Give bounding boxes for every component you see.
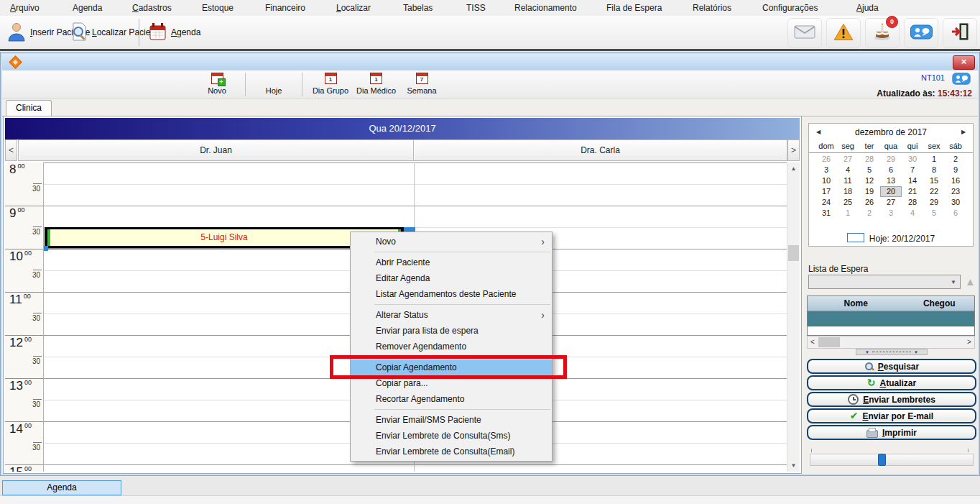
calendar-day-9[interactable]: 9 bbox=[945, 165, 966, 175]
context-menu-item-editar-agenda[interactable]: Editar Agenda bbox=[351, 270, 552, 286]
context-menu-item-enviar-para-lista-de-espera[interactable]: Enviar para lista de espera bbox=[351, 323, 552, 339]
context-menu-item-enviar-lembrete-de-consulta-sms[interactable]: Enviar Lembrete de Consulta(Sms) bbox=[351, 428, 552, 444]
messages-button[interactable] bbox=[904, 18, 938, 48]
calendar-day-11[interactable]: 11 bbox=[837, 175, 859, 186]
scroll-left-icon[interactable]: < bbox=[808, 336, 818, 348]
panel-splitter[interactable]: ▼ ▼ bbox=[856, 349, 928, 355]
context-menu-item-listar-agendamentos-deste-paciente[interactable]: Listar Agendamentos deste Paciente bbox=[351, 286, 552, 302]
slider-thumb[interactable] bbox=[878, 454, 886, 466]
menu-item-arquivo[interactable]: Arquivo bbox=[7, 0, 42, 16]
calendar-day-22[interactable]: 22 bbox=[923, 186, 945, 197]
agenda-button[interactable]: Agenda bbox=[146, 19, 203, 46]
calendar-day-15[interactable]: 15 bbox=[923, 175, 945, 186]
calendar-day-3[interactable]: 3 bbox=[880, 208, 902, 219]
appointment-corner-handle[interactable] bbox=[44, 246, 48, 251]
calendar-day-27[interactable]: 27 bbox=[880, 197, 902, 208]
calendar-day-13[interactable]: 13 bbox=[880, 175, 902, 186]
calendar-day-19[interactable]: 19 bbox=[859, 186, 880, 197]
grid-row[interactable] bbox=[44, 206, 787, 227]
exit-button[interactable] bbox=[943, 18, 977, 48]
tab-clinica[interactable]: Clinica bbox=[6, 100, 52, 116]
hscrollbar-thumb[interactable] bbox=[818, 337, 840, 347]
day-group-button[interactable]: 1 Dia Grupo bbox=[308, 72, 353, 97]
vertical-scrollbar[interactable]: ▲ ▼ bbox=[787, 162, 800, 472]
context-menu-item-enviar-email-sms-paciente[interactable]: Enviar Email/SMS Paciente bbox=[351, 412, 552, 428]
next-month-icon[interactable]: ▶ bbox=[956, 124, 971, 141]
menu-item-financeiro[interactable]: Financeiro bbox=[262, 0, 308, 16]
waiting-list-dropdown[interactable]: ▼ bbox=[808, 275, 961, 289]
scroll-left-button[interactable]: < bbox=[5, 139, 17, 161]
calendar-day-5[interactable]: 5 bbox=[859, 165, 880, 175]
context-menu-item-alterar-status[interactable]: Alterar Status› bbox=[351, 307, 552, 323]
menu-item-fila-de-espera[interactable]: Fila de Espera bbox=[604, 0, 665, 16]
scrollbar-thumb[interactable] bbox=[788, 245, 799, 261]
calendar-day-12[interactable]: 12 bbox=[859, 175, 880, 186]
button-pesquisar[interactable]: Pesquisar bbox=[807, 359, 976, 374]
calendar-day-8[interactable]: 8 bbox=[923, 165, 945, 175]
grid-row[interactable] bbox=[44, 464, 787, 472]
menu-item-estoque[interactable]: Estoque bbox=[199, 0, 236, 16]
calendar-day-1[interactable]: 1 bbox=[923, 154, 945, 165]
calendar-day-2[interactable]: 2 bbox=[859, 208, 880, 219]
button-enviar-por-e-mail[interactable]: Enviar por E-mail bbox=[807, 408, 976, 423]
day-doctor-button[interactable]: 1 Dia Médico bbox=[353, 72, 399, 97]
scroll-right-button[interactable]: > bbox=[787, 139, 800, 161]
button-atualizar[interactable]: Atualizar bbox=[807, 375, 976, 390]
calendar-day-29[interactable]: 29 bbox=[923, 197, 945, 208]
menu-item-localizar[interactable]: Localizar bbox=[333, 0, 374, 16]
calendar-day-30[interactable]: 30 bbox=[902, 154, 923, 165]
horizontal-scrollbar[interactable]: < > bbox=[807, 336, 975, 349]
calendar-day-28[interactable]: 28 bbox=[859, 154, 880, 165]
menu-item-ajuda[interactable]: Ajuda bbox=[854, 0, 882, 16]
grid-row[interactable] bbox=[44, 162, 787, 184]
calendar-day-26[interactable]: 26 bbox=[859, 197, 880, 208]
scroll-down-icon[interactable]: ▼ bbox=[787, 459, 800, 472]
agenda-window-tab[interactable]: Agenda bbox=[2, 480, 121, 495]
menu-item-tiss[interactable]: TISS bbox=[463, 0, 489, 16]
calendar-day-29[interactable]: 29 bbox=[880, 154, 902, 165]
week-button[interactable]: 7 Semana bbox=[399, 72, 444, 97]
calendar-day-1[interactable]: 1 bbox=[837, 208, 859, 219]
context-menu-item-enviar-lembrete-de-consulta-email[interactable]: Enviar Lembrete de Consulta(Email) bbox=[351, 444, 552, 459]
calendar-day-31[interactable]: 31 bbox=[815, 208, 837, 219]
calendar-day-18[interactable]: 18 bbox=[837, 186, 859, 197]
calendar-day-17[interactable]: 17 bbox=[815, 186, 837, 197]
alerts-button[interactable] bbox=[826, 18, 861, 48]
calendar-day-25[interactable]: 25 bbox=[837, 197, 859, 208]
scroll-up-icon[interactable]: ▲ bbox=[787, 162, 800, 175]
mail-button[interactable] bbox=[787, 18, 822, 48]
context-menu-item-abrir-paciente[interactable]: Abrir Paciente bbox=[351, 255, 552, 270]
menu-item-configura-es[interactable]: Configurações bbox=[759, 0, 820, 16]
calendar-day-5[interactable]: 5 bbox=[923, 208, 945, 219]
menu-item-cadastros[interactable]: Cadastros bbox=[129, 0, 175, 16]
context-menu-item-recortar-agendamento[interactable]: Recortar Agendamento bbox=[351, 391, 552, 407]
menu-item-tabelas[interactable]: Tabelas bbox=[400, 0, 435, 16]
calendar-day-6[interactable]: 6 bbox=[880, 165, 902, 175]
birthdays-button[interactable]: 0 bbox=[865, 18, 900, 48]
prev-month-icon[interactable]: ◀ bbox=[810, 124, 826, 141]
collapse-up-icon[interactable]: ▲ bbox=[965, 275, 976, 288]
scroll-right-icon[interactable]: > bbox=[964, 336, 974, 348]
calendar-day-26[interactable]: 26 bbox=[815, 154, 837, 165]
menu-item-agenda[interactable]: Agenda bbox=[70, 0, 105, 16]
today-button[interactable]: Hoje bbox=[251, 72, 296, 97]
calendar-day-16[interactable]: 16 bbox=[945, 175, 966, 186]
calendar-day-10[interactable]: 10 bbox=[815, 175, 837, 186]
context-menu-item-remover-agendamento[interactable]: Remover Agendamento bbox=[351, 339, 552, 354]
calendar-day-4[interactable]: 4 bbox=[837, 165, 859, 175]
calendar-day-21[interactable]: 21 bbox=[902, 186, 923, 197]
calendar-day-30[interactable]: 30 bbox=[945, 197, 966, 208]
menu-item-relacionamento[interactable]: Relacionamento bbox=[512, 0, 580, 16]
new-appointment-button[interactable]: + Novo bbox=[195, 72, 239, 97]
calendar-day-20[interactable]: 20 bbox=[880, 186, 902, 197]
close-button[interactable]: × bbox=[953, 55, 975, 70]
calendar-day-23[interactable]: 23 bbox=[945, 186, 966, 197]
calendar-day-2[interactable]: 2 bbox=[945, 154, 966, 165]
calendar-day-7[interactable]: 7 bbox=[902, 165, 923, 175]
calendar-day-14[interactable]: 14 bbox=[902, 175, 923, 186]
today-row[interactable]: Hoje: 20/12/2017 bbox=[809, 233, 973, 244]
zoom-slider[interactable] bbox=[810, 454, 974, 466]
calendar-day-24[interactable]: 24 bbox=[815, 197, 837, 208]
calendar-day-6[interactable]: 6 bbox=[945, 208, 966, 219]
button-imprimir[interactable]: Imprimir bbox=[807, 425, 976, 440]
